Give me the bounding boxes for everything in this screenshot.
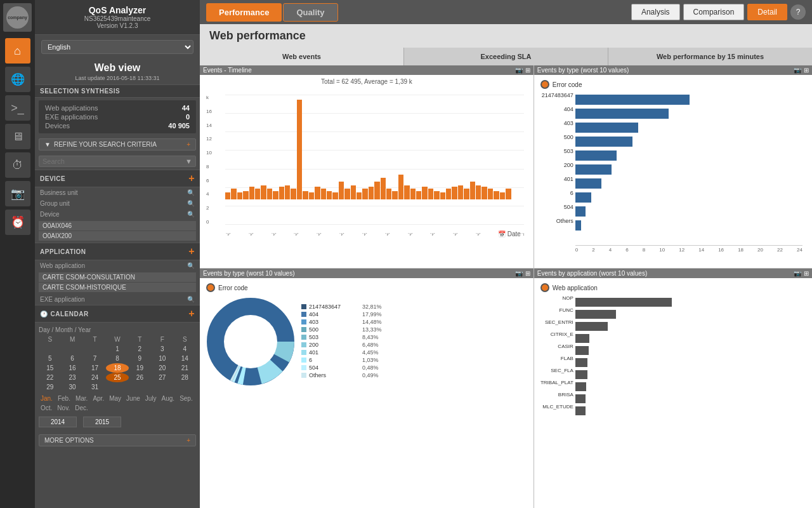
screenshot-icon4[interactable]: 📷 [794, 270, 801, 277]
web-app-search-icon[interactable]: 🔍 [187, 262, 195, 269]
expand-icon[interactable]: ⊞ [525, 67, 530, 74]
screenshot-icon[interactable]: 📷 [515, 67, 523, 74]
nav-home-icon[interactable]: ⌂ [5, 38, 30, 64]
app-hbar-label: TRIBAL_PLAT [540, 380, 573, 385]
calendar-grid[interactable]: S M T W T F S 1234 567891014 15161718192… [39, 335, 196, 392]
web-app-filter[interactable]: Web application 🔍 [35, 260, 200, 271]
cal-date[interactable]: 16 [61, 363, 83, 373]
cal-date[interactable]: 29 [39, 382, 61, 392]
cal-date[interactable]: 2 [129, 344, 151, 354]
device-item-1[interactable]: O0AIX046 [39, 221, 196, 231]
year-start-input[interactable] [39, 417, 77, 427]
month-apr[interactable]: Apr. [91, 394, 106, 403]
cal-date[interactable]: 30 [61, 382, 83, 392]
cal-day[interactable]: T [129, 335, 151, 344]
device-item-2[interactable]: O0AIX200 [39, 231, 196, 241]
month-feb[interactable]: Feb. [56, 394, 72, 403]
cal-date[interactable]: 10 [151, 354, 173, 363]
cal-date[interactable]: 15 [39, 363, 61, 373]
nav-terminal-icon[interactable]: >_ [5, 95, 30, 121]
year-end-input[interactable] [83, 417, 121, 427]
nav-globe-icon[interactable]: 🌐 [5, 67, 30, 92]
cal-date[interactable]: 17 [84, 363, 106, 373]
calendar-add-icon[interactable]: + [188, 308, 195, 319]
tab-quality[interactable]: Quality [283, 3, 337, 22]
refine-button[interactable]: ▼ REFINE YOUR SEARCH CRITERIA + [39, 138, 196, 150]
cal-date-today[interactable]: 18 [106, 363, 128, 373]
cal-date[interactable]: 23 [61, 373, 83, 382]
cal-day[interactable]: T [84, 335, 106, 344]
detail-button[interactable]: Detail [747, 4, 787, 20]
cal-date[interactable]: 27 [151, 373, 173, 382]
device-add-icon[interactable]: + [188, 173, 195, 184]
cal-day[interactable]: F [151, 335, 173, 344]
help-button[interactable]: ? [790, 4, 806, 20]
cal-date[interactable]: 1 [106, 344, 128, 354]
cal-date[interactable]: 28 [174, 373, 196, 382]
cal-date-selected[interactable]: 25 [106, 373, 128, 382]
group-unit-search-icon[interactable]: 🔍 [187, 200, 195, 207]
month-nov[interactable]: Nov. [55, 404, 72, 412]
month-jan[interactable]: Jan. [39, 394, 55, 403]
cal-day[interactable]: W [106, 335, 128, 344]
cal-date[interactable]: 5 [39, 354, 61, 363]
application-add-icon[interactable]: + [188, 246, 195, 257]
hbar [575, 164, 612, 175]
exe-app-search-icon[interactable]: 🔍 [187, 296, 195, 303]
x-axis-label: 2015-11-01 [407, 233, 426, 236]
screenshot-icon2[interactable]: 📷 [794, 67, 801, 74]
month-oct[interactable]: Oct. [39, 404, 54, 412]
nav-clock-icon[interactable]: ⏰ [5, 210, 30, 235]
cal-date[interactable]: 7 [84, 354, 106, 363]
cal-date[interactable]: 19 [129, 363, 151, 373]
tab-web-events[interactable]: Web events [200, 48, 404, 65]
cal-date[interactable]: 22 [39, 373, 61, 382]
web-app-item-1[interactable]: CARTE CSOM-CONSULTATION [39, 272, 196, 282]
month-sep[interactable]: Sep. [178, 394, 195, 403]
more-options-button[interactable]: MORE OPTIONS + [39, 434, 196, 446]
group-unit-filter[interactable]: Group unit 🔍 [35, 198, 200, 209]
business-unit-filter[interactable]: Business unit 🔍 [35, 187, 200, 198]
cal-date[interactable]: 24 [84, 373, 106, 382]
cal-day[interactable]: S [39, 335, 61, 344]
month-dec[interactable]: Dec. [73, 404, 90, 412]
cal-date[interactable]: 3 [151, 344, 173, 354]
search-box[interactable]: ▼ [39, 156, 196, 167]
web-app-item-2[interactable]: CARTE CSOM-HISTORIQUE [39, 283, 196, 292]
cal-date[interactable]: 20 [151, 363, 173, 373]
nav-camera-icon[interactable]: 📷 [5, 181, 30, 206]
expand-icon4[interactable]: ⊞ [804, 270, 809, 277]
month-mar[interactable]: Mar. [74, 394, 89, 403]
cal-date[interactable]: 6 [61, 354, 83, 363]
nav-timer-icon[interactable]: ⏱ [5, 152, 30, 178]
month-june[interactable]: June [124, 394, 142, 403]
cal-date[interactable]: 14 [174, 354, 196, 363]
language-select[interactable]: English Français [41, 40, 193, 54]
business-unit-search-icon[interactable]: 🔍 [187, 189, 195, 196]
calendar-section-header: 🕐 CALENDAR + [35, 305, 200, 323]
tab-performance[interactable]: Performance [206, 3, 282, 22]
cal-date[interactable]: 9 [129, 354, 151, 363]
exe-app-filter[interactable]: EXE application 🔍 [35, 294, 200, 305]
cal-day[interactable]: S [174, 335, 196, 344]
tab-web-perf-15min[interactable]: Web performance by 15 minutes [608, 48, 812, 65]
cal-date[interactable]: 31 [84, 382, 106, 392]
expand-icon3[interactable]: ⊞ [525, 270, 530, 277]
comparison-button[interactable]: Comparison [683, 4, 745, 20]
search-input[interactable] [43, 157, 185, 165]
device-search-icon[interactable]: 🔍 [187, 211, 195, 218]
cal-day[interactable]: M [61, 335, 83, 344]
cal-date[interactable]: 4 [174, 344, 196, 354]
tab-exceeding-sla[interactable]: Exceeding SLA [404, 48, 608, 65]
month-may[interactable]: May [107, 394, 123, 403]
cal-date[interactable]: 21 [174, 363, 196, 373]
expand-icon2[interactable]: ⊞ [804, 67, 809, 74]
nav-monitor-icon[interactable]: 🖥 [5, 124, 30, 149]
cal-date[interactable]: 8 [106, 354, 128, 363]
screenshot-icon3[interactable]: 📷 [515, 270, 523, 277]
device-filter[interactable]: Device 🔍 [35, 209, 200, 220]
month-july[interactable]: July [143, 394, 159, 403]
analysis-button[interactable]: Analysis [631, 4, 680, 20]
cal-date[interactable]: 26 [129, 373, 151, 382]
month-aug[interactable]: Aug. [160, 394, 177, 403]
